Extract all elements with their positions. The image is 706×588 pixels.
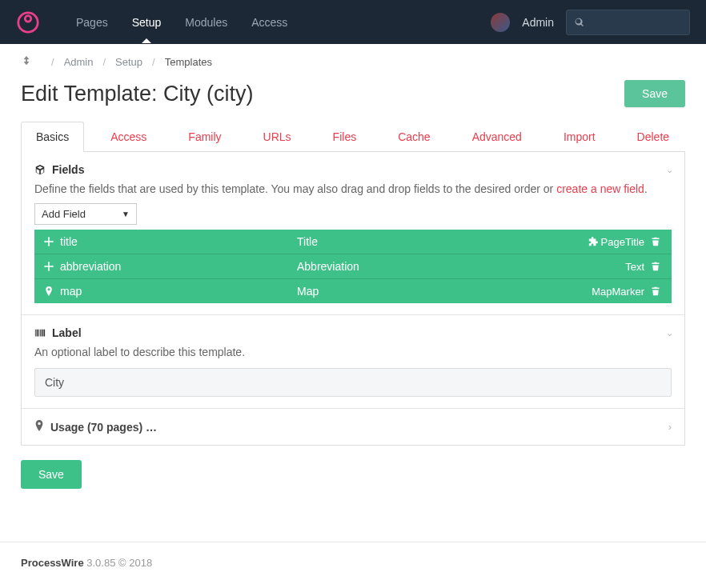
save-button-bottom[interactable]: Save (21, 460, 82, 489)
tab-cache[interactable]: Cache (383, 122, 445, 151)
nav-item-pages[interactable]: Pages (64, 2, 120, 42)
nav-item-setup[interactable]: Setup (120, 2, 174, 42)
field-row-title[interactable]: titleTitlePageTitle (34, 230, 672, 254)
fields-section: Fields ⌄ Define the fields that are used… (22, 152, 684, 315)
label-title: Label (52, 326, 82, 339)
chevron-right-icon: › (668, 421, 672, 433)
puzzle-icon (588, 237, 598, 246)
label-header: Label (34, 326, 672, 339)
page-header: Edit Template: City (city) Save (21, 80, 685, 107)
fields-header: Fields (34, 163, 672, 176)
nav-items: PagesSetupModulesAccess (64, 2, 491, 42)
fields-desc: Define the fields that are used by this … (34, 182, 672, 195)
field-label: Map (297, 285, 592, 298)
field-name: map (60, 285, 297, 298)
field-label: Title (297, 235, 588, 248)
label-section: Label ⌄ An optional label to describe th… (22, 315, 684, 409)
avatar[interactable] (491, 13, 510, 32)
tab-import[interactable]: Import (548, 122, 611, 151)
breadcrumb-admin[interactable]: Admin (64, 56, 94, 68)
field-row-map[interactable]: mapMapMapMarker (34, 279, 672, 303)
save-button[interactable]: Save (624, 80, 685, 107)
barcode-icon (34, 327, 46, 338)
tab-files[interactable]: Files (318, 122, 372, 151)
search-box[interactable] (566, 10, 690, 35)
tab-basics[interactable]: Basics (21, 122, 84, 152)
nav-item-modules[interactable]: Modules (173, 2, 239, 42)
fields-title: Fields (52, 163, 84, 176)
svg-point-1 (25, 15, 31, 22)
search-input[interactable] (591, 16, 681, 28)
content: Edit Template: City (city) Save BasicsAc… (0, 80, 706, 510)
chevron-down-icon[interactable]: ⌄ (666, 328, 673, 338)
search-icon (575, 17, 584, 28)
nav-right: Admin (491, 10, 690, 35)
marker-icon (34, 420, 44, 434)
nav-item-access[interactable]: Access (239, 2, 299, 42)
field-name: title (60, 235, 297, 248)
move-icon[interactable] (42, 237, 55, 246)
move-icon[interactable] (42, 262, 55, 271)
label-desc: An optional label to describe this templ… (34, 346, 672, 358)
marker-icon[interactable] (42, 286, 55, 296)
tab-urls[interactable]: URLs (248, 122, 307, 151)
add-field-select[interactable]: Add Field ▼ (34, 203, 137, 225)
footer: ProcessWire 3.0.85 © 2018 (0, 542, 706, 583)
tab-family[interactable]: Family (173, 122, 236, 151)
cube-icon (34, 164, 46, 175)
field-list: titleTitlePageTitleabbreviationAbbreviat… (34, 230, 672, 303)
field-type: MapMarker (592, 286, 644, 298)
top-nav: PagesSetupModulesAccess Admin (0, 0, 706, 44)
field-type: PageTitle (588, 236, 644, 248)
field-row-abbreviation[interactable]: abbreviationAbbreviationText (34, 254, 672, 279)
footer-product: ProcessWire (21, 557, 84, 569)
panel-basics: Fields ⌄ Define the fields that are used… (21, 152, 685, 446)
field-type: Text (625, 261, 644, 273)
caret-down-icon: ▼ (122, 210, 130, 218)
page-title: Edit Template: City (city) (21, 82, 254, 106)
trash-icon[interactable] (651, 237, 664, 246)
footer-version: 3.0.85 © 2018 (86, 557, 152, 569)
usage-section[interactable]: Usage (70 pages) … › (22, 409, 684, 445)
tab-delete[interactable]: Delete (622, 122, 684, 151)
trash-icon[interactable] (651, 286, 664, 296)
tree-icon[interactable] (21, 55, 32, 69)
tab-access[interactable]: Access (95, 122, 162, 151)
breadcrumb-setup[interactable]: Setup (115, 56, 142, 68)
breadcrumb: /Admin/Setup/Templates (0, 44, 706, 80)
field-label: Abbreviation (297, 260, 625, 273)
tab-advanced[interactable]: Advanced (457, 122, 537, 151)
logo[interactable] (16, 10, 40, 34)
chevron-down-icon[interactable]: ⌄ (666, 165, 673, 175)
tabs: BasicsAccessFamilyURLsFilesCacheAdvanced… (21, 122, 685, 152)
create-field-link[interactable]: create a new field (556, 182, 644, 195)
field-name: abbreviation (60, 260, 297, 273)
label-input[interactable] (34, 368, 672, 397)
breadcrumb-templates[interactable]: Templates (165, 56, 212, 68)
user-label[interactable]: Admin (522, 16, 554, 29)
trash-icon[interactable] (651, 262, 664, 271)
usage-text: Usage (70 pages) … (50, 421, 157, 434)
